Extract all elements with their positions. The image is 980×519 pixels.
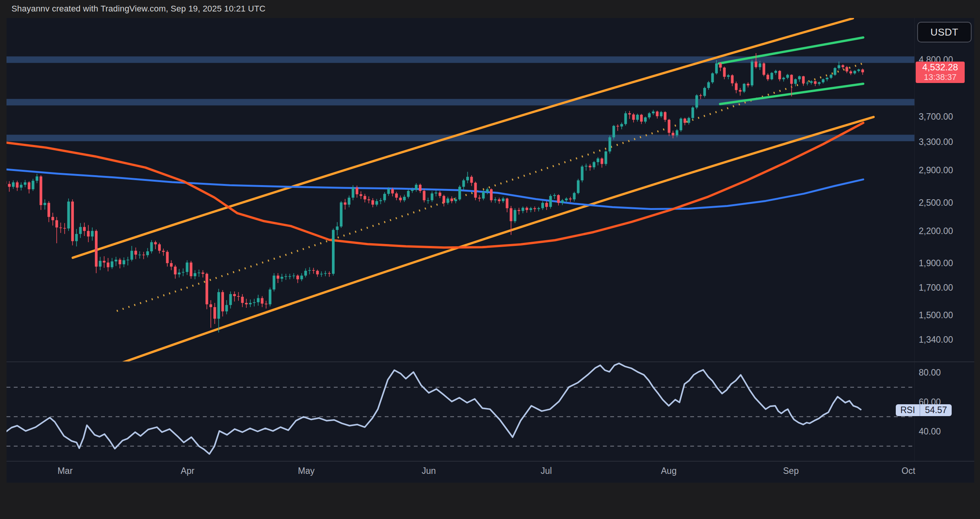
last-price-value: 4,532.28 xyxy=(922,62,958,72)
price-tick-label: 2,500.00 xyxy=(919,198,972,207)
price-tick-label: 2,200.00 xyxy=(919,226,972,236)
support-resistance-zones xyxy=(7,57,915,142)
month-label: Aug xyxy=(661,466,677,476)
rsi-plot xyxy=(5,363,915,454)
rsi-tag-label: RSI xyxy=(896,404,920,416)
month-label: Jul xyxy=(541,466,552,476)
price-tick-label: 2,900.00 xyxy=(919,166,972,175)
rsi-value-tag: RSI 54.57 xyxy=(896,404,952,416)
price-tick-label: 1,500.00 xyxy=(919,311,972,320)
month-label: Oct xyxy=(902,466,915,476)
price-tick-label: 3,300.00 xyxy=(919,137,972,146)
price-tick-label: 1,900.00 xyxy=(919,259,972,268)
month-label: Sep xyxy=(783,466,799,476)
tradingview-screenshot: Shayannv created with TradingView.com, S… xyxy=(0,0,980,519)
time-axis[interactable]: MarAprMayJunJulAugSepOct xyxy=(0,462,921,483)
last-price-tag: 4,532.28 13:38:37 xyxy=(916,62,965,83)
chart-plot[interactable] xyxy=(0,0,980,519)
currency-toggle-button[interactable]: USDT xyxy=(917,22,972,42)
bottom-bar: TradingView xyxy=(0,483,980,519)
price-tick-label: 1,340.00 xyxy=(919,335,972,344)
month-label: Apr xyxy=(181,466,194,476)
rsi-tag-value: 54.57 xyxy=(920,404,952,416)
month-label: May xyxy=(298,466,314,476)
rsi-tick-label: 80.00 xyxy=(919,368,972,377)
price-tick-label: 1,700.00 xyxy=(919,283,972,292)
rsi-tick-label: 40.00 xyxy=(919,427,972,436)
month-label: Mar xyxy=(57,466,73,476)
bar-countdown: 13:38:37 xyxy=(924,72,957,82)
price-tick-label: 3,700.00 xyxy=(919,112,972,121)
month-label: Jun xyxy=(421,466,436,476)
candlesticks xyxy=(4,53,864,333)
pane-separators xyxy=(7,18,974,461)
